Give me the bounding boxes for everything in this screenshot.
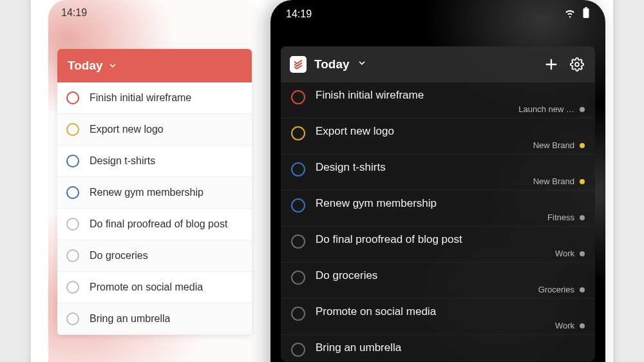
project-color-dot-icon [580, 287, 585, 292]
task-label: Do groceries [90, 250, 148, 262]
task-label: Finish initial wireframe [90, 92, 191, 104]
battery-icon [582, 7, 590, 21]
task-row[interactable]: Do groceries [57, 240, 252, 272]
task-checkbox[interactable] [66, 186, 79, 199]
task-label: Renew gym membership [90, 187, 204, 198]
task-checkbox[interactable] [291, 234, 305, 249]
widget-title[interactable]: Today [314, 57, 350, 71]
task-checkbox[interactable] [66, 249, 79, 262]
task-row[interactable]: Design t-shirts [57, 146, 252, 177]
project-color-dot-icon [580, 215, 585, 220]
project-color-dot-icon [580, 179, 585, 184]
task-checkbox[interactable] [66, 281, 79, 294]
task-row[interactable]: Design t-shirtsNew Brand [281, 155, 595, 191]
task-label: Do final proofread of blog post [316, 233, 585, 246]
widget-header: Today [281, 46, 595, 82]
settings-button[interactable] [568, 55, 586, 73]
task-checkbox[interactable] [291, 90, 305, 104]
task-checkbox[interactable] [291, 343, 305, 357]
today-widget-dark: Today Finish initial wireframeLaunch new… [281, 46, 595, 361]
task-project: Fitness [316, 213, 585, 222]
svg-rect-0 [583, 8, 589, 18]
task-label: Bring an umbrella [90, 313, 170, 325]
task-row[interactable]: Do final proofread of blog postWork [281, 227, 595, 263]
task-row[interactable]: Bring an umbrella [281, 335, 595, 361]
chevron-down-icon[interactable] [357, 59, 366, 70]
status-time: 14:19 [286, 8, 312, 20]
svg-point-4 [575, 62, 579, 66]
project-color-dot-icon [580, 143, 585, 148]
task-list: Finish initial wireframeLaunch new …Expo… [281, 82, 595, 361]
task-label: Promote on social media [90, 281, 203, 293]
task-row[interactable]: Bring an umbrella [57, 303, 252, 335]
task-row[interactable]: Export new logo [57, 114, 252, 146]
task-checkbox[interactable] [66, 218, 79, 231]
phone-dark: 14:19 Today [270, 0, 605, 362]
task-checkbox[interactable] [66, 155, 79, 167]
task-checkbox[interactable] [291, 307, 305, 321]
task-row[interactable]: Promote on social media [57, 272, 252, 303]
task-project: Work [316, 249, 585, 258]
task-project: New Brand [316, 140, 585, 150]
widget-header[interactable]: Today [57, 49, 252, 82]
project-color-dot-icon [580, 251, 585, 256]
task-checkbox[interactable] [291, 198, 305, 213]
task-project-label: Work [555, 249, 574, 258]
task-project-label: Fitness [547, 213, 574, 222]
task-label: Renew gym membership [316, 197, 585, 210]
task-list: Finish initial wireframeExport new logoD… [57, 82, 252, 335]
task-project-label: Work [555, 321, 574, 330]
page-gutter-right [613, 0, 644, 362]
task-label: Export new logo [90, 124, 164, 135]
task-row[interactable]: Renew gym membership [57, 177, 252, 209]
task-checkbox[interactable] [291, 271, 305, 285]
task-row[interactable]: Do groceriesGroceries [281, 263, 595, 299]
task-project: Launch new … [316, 104, 585, 114]
task-checkbox[interactable] [291, 162, 305, 176]
status-bar: 14:19 [270, 0, 605, 28]
chevron-down-icon [108, 61, 117, 70]
page-gutter-left [0, 0, 31, 362]
task-label: Do final proofread of blog post [90, 218, 227, 230]
task-checkbox[interactable] [66, 312, 79, 325]
task-label: Promote on social media [316, 305, 585, 318]
today-widget-light: Today Finish initial wireframeExport new… [57, 49, 252, 335]
task-project: Work [316, 321, 585, 330]
task-row[interactable]: Renew gym membershipFitness [281, 191, 595, 227]
task-label: Do groceries [316, 269, 585, 282]
task-label: Design t-shirts [90, 155, 155, 167]
task-row[interactable]: Export new logoNew Brand [281, 119, 595, 155]
wifi-icon [564, 7, 576, 21]
app-logo-icon[interactable] [290, 56, 307, 73]
task-label: Bring an umbrella [316, 341, 585, 354]
svg-rect-1 [585, 7, 587, 8]
phone-light: 14:19 Today Finish initial wireframeExpo… [48, 0, 261, 362]
task-label: Finish initial wireframe [316, 89, 585, 102]
task-project: New Brand [316, 176, 585, 186]
task-checkbox[interactable] [66, 123, 79, 136]
add-button[interactable] [542, 55, 560, 73]
task-row[interactable]: Do final proofread of blog post [57, 209, 252, 240]
task-label: Export new logo [316, 125, 585, 138]
task-project: Groceries [316, 285, 585, 294]
task-label: Design t-shirts [316, 161, 585, 174]
task-project-label: New Brand [533, 176, 574, 186]
task-checkbox[interactable] [66, 91, 79, 104]
task-project-label: Launch new … [518, 104, 574, 114]
project-color-dot-icon [580, 107, 585, 112]
project-color-dot-icon [580, 323, 585, 329]
status-time: 14:19 [61, 7, 87, 19]
widget-title: Today [68, 59, 103, 73]
task-project-label: Groceries [538, 285, 574, 294]
task-row[interactable]: Finish initial wireframeLaunch new … [281, 82, 595, 119]
task-checkbox[interactable] [291, 126, 305, 140]
status-bar: 14:19 [48, 0, 261, 26]
task-project-label: New Brand [533, 140, 574, 150]
task-row[interactable]: Finish initial wireframe [57, 82, 252, 114]
task-row[interactable]: Promote on social mediaWork [281, 299, 595, 335]
